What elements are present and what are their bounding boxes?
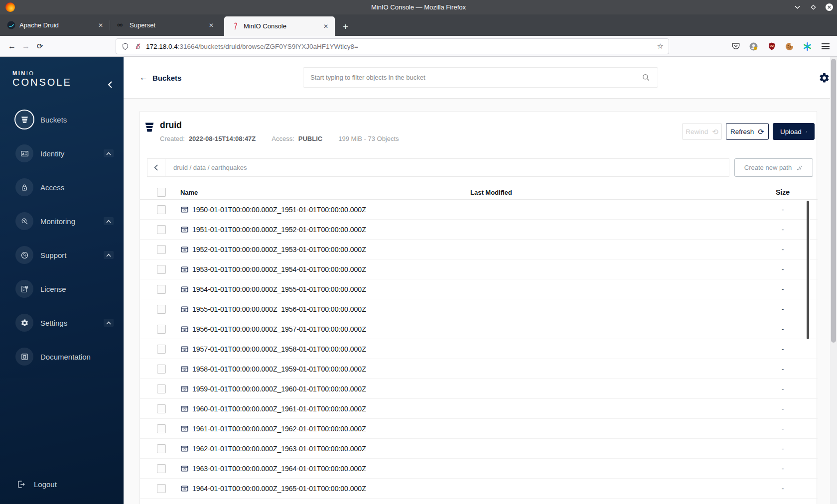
sidebar-item-license[interactable]: License — [0, 272, 124, 306]
object-name[interactable]: 1964-01-01T00:00:00.000Z_1965-01-01T00:0… — [192, 485, 366, 493]
table-row[interactable]: 1951-01-01T00:00:00.000Z_1952-01-01T00:0… — [140, 220, 818, 240]
object-name[interactable]: 1952-01-01T00:00:00.000Z_1953-01-01T00:0… — [192, 246, 366, 253]
chevron-up-icon[interactable] — [104, 319, 114, 327]
object-name[interactable]: 1954-01-01T00:00:00.000Z_1955-01-01T00:0… — [192, 285, 366, 293]
sidebar-collapse-icon[interactable] — [107, 81, 114, 89]
containers-extension-icon[interactable] — [803, 42, 812, 51]
name-column-header[interactable]: Name — [180, 189, 198, 196]
row-checkbox[interactable] — [157, 365, 166, 374]
row-checkbox[interactable] — [157, 444, 166, 453]
sidebar-item-monitoring[interactable]: Monitoring — [0, 204, 124, 238]
window-minimize-button[interactable] — [792, 2, 802, 12]
back-to-buckets-link[interactable]: ← Buckets — [140, 73, 181, 83]
rewind-button[interactable]: Rewind ⟲ — [682, 123, 722, 140]
select-all-checkbox[interactable] — [157, 188, 166, 197]
table-row[interactable]: 1958-01-01T00:00:00.000Z_1959-01-01T00:0… — [140, 359, 818, 379]
tab-close-icon[interactable]: ✕ — [322, 22, 330, 31]
row-checkbox[interactable] — [157, 484, 166, 493]
object-name[interactable]: 1960-01-01T00:00:00.000Z_1961-01-01T00:0… — [192, 405, 366, 413]
row-checkbox[interactable] — [157, 424, 166, 433]
ublock-origin-icon[interactable]: UO — [767, 42, 776, 51]
sidebar-item-support[interactable]: Support — [0, 238, 124, 272]
row-checkbox[interactable] — [157, 205, 166, 214]
object-name[interactable]: 1957-01-01T00:00:00.000Z_1958-01-01T00:0… — [192, 345, 366, 353]
object-filter-search[interactable] — [303, 67, 658, 88]
object-name[interactable]: 1955-01-01T00:00:00.000Z_1956-01-01T00:0… — [192, 305, 366, 313]
row-checkbox[interactable] — [157, 225, 166, 234]
sidebar-item-access[interactable]: Access — [0, 170, 124, 204]
size-column-header[interactable]: Size — [773, 188, 793, 196]
object-name[interactable]: 1962-01-01T00:00:00.000Z_1963-01-01T00:0… — [192, 445, 366, 453]
row-checkbox[interactable] — [157, 404, 166, 413]
object-name[interactable]: 1959-01-01T00:00:00.000Z_1960-01-01T00:0… — [192, 385, 366, 393]
chevron-up-icon[interactable] — [104, 217, 114, 225]
row-checkbox[interactable] — [157, 245, 166, 254]
tab-minio-console[interactable]: MinIO Console ✕ — [224, 16, 335, 36]
tab-apache-druid[interactable]: Apache Druid ✕ — [0, 14, 110, 36]
upload-button[interactable]: Upload — [773, 123, 815, 140]
page-scrollbar-track[interactable] — [830, 57, 837, 504]
object-name[interactable]: 1953-01-01T00:00:00.000Z_1954-01-01T00:0… — [192, 265, 366, 273]
create-new-path-button[interactable]: Create new path — [734, 158, 813, 177]
sidebar-item-buckets[interactable]: Buckets — [0, 103, 124, 136]
tab-superset[interactable]: ∞ Superset ✕ — [110, 14, 220, 36]
path-back-button[interactable] — [147, 159, 165, 176]
window-close-button[interactable] — [824, 2, 834, 12]
menu-hamburger-icon[interactable] — [821, 42, 830, 51]
page-scrollbar-thumb[interactable] — [831, 59, 836, 343]
row-checkbox[interactable] — [157, 265, 166, 274]
bookmark-star-icon[interactable]: ☆ — [657, 42, 664, 51]
chevron-up-icon[interactable] — [104, 149, 114, 157]
last-modified-column-header[interactable]: Last Modified — [470, 189, 773, 196]
breadcrumb[interactable]: druid / data / earthquakes — [173, 164, 247, 171]
tab-close-icon[interactable]: ✕ — [97, 21, 105, 30]
sidebar-item-settings[interactable]: Settings — [0, 306, 124, 340]
table-row[interactable]: 1959-01-01T00:00:00.000Z_1960-01-01T00:0… — [140, 379, 818, 399]
table-row[interactable]: 1961-01-01T00:00:00.000Z_1962-01-01T00:0… — [140, 419, 818, 439]
row-checkbox[interactable] — [157, 285, 166, 294]
object-name[interactable]: 1951-01-01T00:00:00.000Z_1952-01-01T00:0… — [192, 226, 366, 234]
profile-extension-icon[interactable] — [749, 42, 758, 51]
tab-close-icon[interactable]: ✕ — [207, 21, 215, 30]
row-checkbox[interactable] — [157, 345, 166, 354]
settings-gear-button[interactable] — [819, 72, 830, 84]
url-text[interactable]: 172.18.0.4:31664/buckets/druid/browse/ZG… — [146, 43, 653, 50]
table-row[interactable]: 1956-01-01T00:00:00.000Z_1957-01-01T00:0… — [140, 319, 818, 339]
forward-button[interactable]: → — [19, 39, 33, 53]
table-row[interactable]: 1950-01-01T00:00:00.000Z_1951-01-01T00:0… — [140, 200, 818, 220]
sidebar-item-documentation[interactable]: Documentation — [0, 340, 124, 374]
row-checkbox[interactable] — [157, 464, 166, 473]
tracking-shield-icon[interactable] — [121, 42, 130, 51]
table-scrollbar-thumb[interactable] — [807, 201, 809, 339]
table-row[interactable]: 1953-01-01T00:00:00.000Z_1954-01-01T00:0… — [140, 259, 818, 279]
table-row[interactable]: 1952-01-01T00:00:00.000Z_1953-01-01T00:0… — [140, 240, 818, 259]
insecure-lock-icon[interactable] — [134, 42, 142, 50]
table-row[interactable]: 1963-01-01T00:00:00.000Z_1964-01-01T00:0… — [140, 459, 818, 479]
reload-button[interactable]: ⟳ — [33, 39, 47, 53]
search-input[interactable] — [310, 74, 641, 81]
table-row[interactable]: 1954-01-01T00:00:00.000Z_1955-01-01T00:0… — [140, 279, 818, 299]
table-row[interactable]: 1957-01-01T00:00:00.000Z_1958-01-01T00:0… — [140, 339, 818, 359]
window-maximize-button[interactable] — [808, 2, 818, 12]
refresh-button[interactable]: Refresh ⟳ — [726, 123, 769, 140]
row-checkbox[interactable] — [157, 305, 166, 314]
object-name[interactable]: 1950-01-01T00:00:00.000Z_1951-01-01T00:0… — [192, 206, 366, 214]
object-name[interactable]: 1961-01-01T00:00:00.000Z_1962-01-01T00:0… — [192, 425, 366, 433]
table-row[interactable]: 1960-01-01T00:00:00.000Z_1961-01-01T00:0… — [140, 399, 818, 419]
object-name[interactable]: 1956-01-01T00:00:00.000Z_1957-01-01T00:0… — [192, 325, 366, 333]
row-checkbox[interactable] — [157, 325, 166, 334]
chevron-up-icon[interactable] — [104, 251, 114, 259]
object-name[interactable]: 1958-01-01T00:00:00.000Z_1959-01-01T00:0… — [192, 365, 366, 373]
pocket-icon[interactable] — [731, 42, 740, 51]
back-button[interactable]: ← — [5, 39, 19, 53]
new-tab-button[interactable]: + — [343, 22, 348, 31]
sidebar-item-logout[interactable]: Logout — [16, 480, 57, 489]
row-checkbox[interactable] — [157, 384, 166, 393]
url-bar[interactable]: 172.18.0.4:31664/buckets/druid/browse/ZG… — [116, 38, 669, 54]
cookie-extension-icon[interactable] — [785, 42, 794, 51]
table-row[interactable]: 1955-01-01T00:00:00.000Z_1956-01-01T00:0… — [140, 299, 818, 319]
sidebar-item-identity[interactable]: Identity — [0, 136, 124, 170]
table-row[interactable]: 1964-01-01T00:00:00.000Z_1965-01-01T00:0… — [140, 479, 818, 499]
table-row[interactable]: 1962-01-01T00:00:00.000Z_1963-01-01T00:0… — [140, 439, 818, 459]
object-name[interactable]: 1963-01-01T00:00:00.000Z_1964-01-01T00:0… — [192, 465, 366, 473]
